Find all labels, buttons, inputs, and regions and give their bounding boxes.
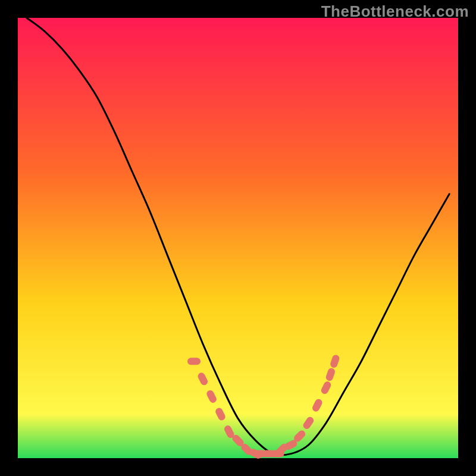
gradient-plot-area bbox=[18, 18, 458, 458]
watermark-text: TheBottleneck.com bbox=[321, 2, 469, 21]
chart-svg bbox=[0, 0, 476, 476]
chart-frame: { "watermark": "TheBottleneck.com", "col… bbox=[0, 0, 476, 476]
highlight-marker bbox=[187, 358, 201, 365]
